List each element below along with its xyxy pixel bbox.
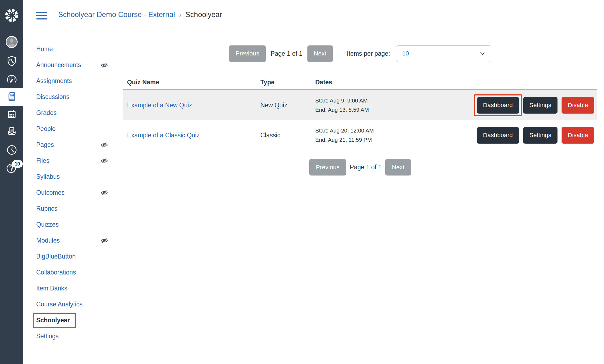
course-nav-item-grades[interactable]: Grades bbox=[36, 105, 119, 121]
account-avatar-icon bbox=[5, 35, 18, 48]
hidden-eye-off-icon bbox=[101, 61, 108, 69]
course-nav-item-item-banks[interactable]: Item Banks bbox=[36, 280, 119, 296]
quiz-table-header: Quiz Name Type Dates bbox=[123, 75, 597, 90]
history-menu[interactable] bbox=[0, 144, 23, 156]
course-nav-item-files[interactable]: Files bbox=[36, 153, 119, 169]
previous-page-button-bottom[interactable]: Previous bbox=[309, 159, 346, 176]
quiz-name-cell: Example of a Classic Quiz bbox=[123, 132, 260, 139]
quiz-type-cell: Classic bbox=[260, 132, 315, 139]
courses-book-icon bbox=[5, 90, 18, 103]
hidden-eye-off-icon bbox=[101, 189, 108, 197]
quiz-type-cell: New Quiz bbox=[260, 102, 315, 109]
course-nav-item-bigbluebutton[interactable]: BigBlueButton bbox=[36, 249, 119, 264]
quiz-link[interactable]: Example of a Classic Quiz bbox=[127, 132, 200, 139]
quiz-start-date: Start: Aug 20, 12:00 AM bbox=[315, 126, 467, 135]
hidden-eye-off-icon bbox=[101, 141, 108, 149]
course-nav: Home Announcements Assignments Discussio… bbox=[36, 41, 119, 344]
quiz-table-row: Example of a Classic Quiz Classic Start:… bbox=[123, 120, 597, 150]
top-pagination-bar: Previous Page 1 of 1 Next Items per page… bbox=[123, 45, 597, 62]
dashboard-gauge-icon bbox=[5, 73, 18, 86]
help-badge: 10 bbox=[12, 160, 23, 168]
schoolyear-annotation-box: Schoolyear bbox=[33, 313, 76, 328]
calendar-icon bbox=[5, 108, 18, 121]
settings-button[interactable]: Settings bbox=[523, 127, 557, 144]
quiz-dates-cell: Start: Aug 20, 12:00 AM End: Aug 21, 11:… bbox=[315, 126, 467, 144]
breadcrumb-current-page: Schoolyear bbox=[185, 11, 222, 19]
previous-page-button-top[interactable]: Previous bbox=[229, 45, 266, 62]
quiz-end-date: End: Aug 13, 8:59 AM bbox=[315, 105, 467, 114]
quiz-table-row: Example of a New Quiz New Quiz Start: Au… bbox=[123, 90, 597, 120]
admin-shield-key-icon bbox=[5, 55, 18, 67]
courses-menu-active[interactable] bbox=[0, 88, 23, 106]
hidden-eye-off-icon bbox=[101, 237, 108, 244]
inbox-tray-icon bbox=[5, 125, 18, 138]
calendar-menu[interactable] bbox=[0, 108, 23, 121]
column-header-quiz-name: Quiz Name bbox=[123, 79, 260, 86]
quiz-end-date: End: Aug 21, 11:59 PM bbox=[315, 135, 467, 144]
breadcrumb: Schoolyear Demo Course - External › Scho… bbox=[58, 10, 222, 19]
dashboard-button[interactable]: Dashboard bbox=[477, 127, 519, 144]
header-divider bbox=[34, 30, 597, 30]
course-nav-item-pages[interactable]: Pages bbox=[36, 137, 119, 153]
disable-button[interactable]: Disable bbox=[562, 127, 594, 144]
quiz-actions-cell: Dashboard Settings Disable bbox=[467, 127, 597, 144]
course-nav-item-home[interactable]: Home bbox=[36, 41, 119, 57]
account-avatar[interactable] bbox=[0, 35, 23, 48]
items-per-page-label: Items per page: bbox=[347, 50, 390, 57]
quiz-start-date: Start: Aug 9, 9:00 AM bbox=[315, 96, 467, 105]
course-nav-item-quizzes[interactable]: Quizzes bbox=[36, 217, 119, 233]
course-nav-item-schoolyear[interactable]: Schoolyear bbox=[36, 312, 119, 328]
course-nav-item-settings[interactable]: Settings bbox=[36, 328, 119, 344]
course-nav-item-syllabus[interactable]: Syllabus bbox=[36, 169, 119, 185]
quiz-dates-cell: Start: Aug 9, 9:00 AM End: Aug 13, 8:59 … bbox=[315, 96, 467, 114]
course-nav-active-label[interactable]: Schoolyear bbox=[36, 317, 70, 324]
schoolyear-quiz-page: 10 Schoolyear Demo Course - External › S… bbox=[0, 0, 604, 364]
hidden-eye-off-icon bbox=[101, 157, 108, 165]
course-nav-item-rubrics[interactable]: Rubrics bbox=[36, 201, 119, 217]
dashboard-menu[interactable] bbox=[0, 73, 23, 86]
items-per-page-value: 10 bbox=[402, 50, 409, 57]
course-nav-item-announcements[interactable]: Announcements bbox=[36, 57, 119, 73]
settings-button[interactable]: Settings bbox=[523, 97, 557, 114]
global-nav-sidebar: 10 bbox=[0, 0, 23, 364]
disable-button[interactable]: Disable bbox=[562, 97, 594, 114]
course-nav-item-collaborations[interactable]: Collaborations bbox=[36, 264, 119, 280]
course-nav-item-outcomes[interactable]: Outcomes bbox=[36, 185, 119, 201]
next-page-button-top[interactable]: Next bbox=[307, 45, 333, 62]
breadcrumb-course-link[interactable]: Schoolyear Demo Course - External bbox=[58, 11, 175, 19]
column-header-dates: Dates bbox=[315, 79, 467, 86]
breadcrumb-separator-icon: › bbox=[179, 10, 181, 19]
column-header-type: Type bbox=[260, 79, 315, 86]
course-nav-item-discussions[interactable]: Discussions bbox=[36, 89, 119, 105]
course-nav-item-assignments[interactable]: Assignments bbox=[36, 73, 119, 89]
items-per-page-select[interactable]: 10 bbox=[396, 45, 491, 62]
quiz-name-cell: Example of a New Quiz bbox=[123, 102, 260, 109]
hamburger-menu-button[interactable] bbox=[36, 12, 47, 19]
chevron-down-icon bbox=[479, 50, 486, 57]
quiz-table: Quiz Name Type Dates Example of a New Qu… bbox=[123, 75, 597, 150]
page-status-top: Page 1 of 1 bbox=[271, 50, 303, 57]
quiz-actions-cell: Dashboard Settings Disable bbox=[467, 97, 597, 114]
canvas-logo-icon bbox=[4, 8, 19, 23]
quiz-link[interactable]: Example of a New Quiz bbox=[127, 102, 192, 109]
bottom-pagination-bar: Previous Page 1 of 1 Next bbox=[123, 159, 597, 176]
help-badge-count: 10 bbox=[15, 161, 20, 167]
history-clock-icon bbox=[5, 144, 18, 156]
canvas-logo[interactable] bbox=[0, 8, 23, 23]
page-status-bottom: Page 1 of 1 bbox=[350, 164, 382, 171]
dashboard-button[interactable]: Dashboard bbox=[477, 97, 519, 114]
course-nav-item-course-analytics[interactable]: Course Analytics bbox=[36, 296, 119, 312]
next-page-button-bottom[interactable]: Next bbox=[385, 159, 411, 176]
course-nav-item-modules[interactable]: Modules bbox=[36, 233, 119, 249]
dashboard-annotation-box: Dashboard bbox=[474, 94, 522, 116]
inbox-menu[interactable] bbox=[0, 125, 23, 138]
admin-menu[interactable] bbox=[0, 55, 23, 67]
course-nav-item-people[interactable]: People bbox=[36, 121, 119, 137]
